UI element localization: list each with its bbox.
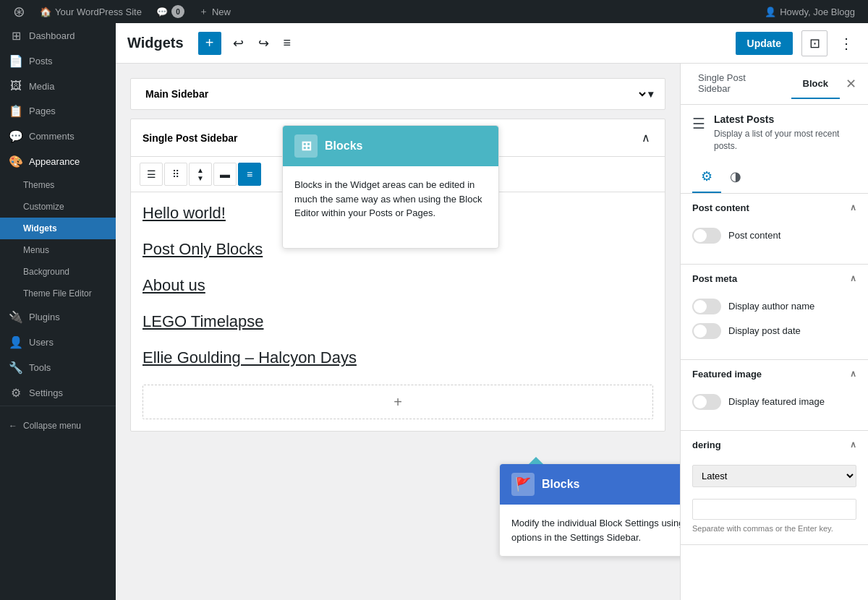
widget-header: Widgets + ↩ ↪ ≡ Update ⊡ ⋮ xyxy=(116,23,868,64)
sidebar-item-themes[interactable]: Themes xyxy=(0,174,116,196)
list-view-button[interactable]: ≡ xyxy=(281,33,294,53)
sidebar-item-pages[interactable]: 📋 Pages xyxy=(0,98,116,124)
media-icon: 🖼 xyxy=(9,80,23,93)
toggle-author-name[interactable] xyxy=(692,299,721,314)
chevron-down-icon: ▾ xyxy=(648,88,653,100)
block-type-button[interactable]: ≡ xyxy=(238,163,261,186)
post-content-toggle-label: Post content xyxy=(728,230,780,241)
right-panel-tabs: Single Post Sidebar Block ✕ xyxy=(681,64,868,105)
add-block-row[interactable]: + xyxy=(142,385,653,419)
sidebar-item-tools[interactable]: 🔧 Tools xyxy=(0,355,116,380)
redo-button[interactable]: ↪ xyxy=(255,33,272,54)
settings-icon: ⚙ xyxy=(9,386,23,400)
close-panel-button[interactable]: ✕ xyxy=(840,70,862,98)
sidebar-item-users[interactable]: 👤 Users xyxy=(0,330,116,355)
align-button[interactable]: ▬ xyxy=(213,163,237,186)
update-button[interactable]: Update xyxy=(736,32,793,55)
sidebar-item-customize[interactable]: Customize xyxy=(0,196,116,218)
latest-posts-icon: ☰ xyxy=(692,115,705,132)
sidebar-item-posts[interactable]: 📄 Posts xyxy=(0,48,116,74)
sidebar-item-dashboard[interactable]: ⊞ Dashboard xyxy=(0,23,116,48)
tooltip-header-1: ⊞ Blocks xyxy=(283,126,498,166)
ordering-select[interactable]: Latest Oldest Title xyxy=(692,465,856,487)
admin-bar-comments[interactable]: 💬 0 xyxy=(149,0,192,23)
ordering-input[interactable] xyxy=(692,499,856,520)
sidebar-item-menus[interactable]: Menus xyxy=(0,239,116,261)
sidebar-item-widgets[interactable]: Widgets xyxy=(0,218,116,239)
sidebar: ⊞ Dashboard 📄 Posts 🖼 Media 📋 Pages 💬 Co… xyxy=(0,23,116,600)
editor-area: Main Sidebar ▾ Single Post Sidebar ∧ ☰ ⠿… xyxy=(116,64,680,600)
ordering-body: Latest Oldest Title Separate with commas… xyxy=(681,459,868,544)
list-block-button[interactable]: ☰ xyxy=(140,163,163,186)
collapse-label: Collapse menu xyxy=(23,421,81,431)
post-link-about-us[interactable]: About us xyxy=(142,276,653,295)
post-meta-chevron: ∧ xyxy=(850,273,856,283)
collapse-widget-button[interactable]: ∧ xyxy=(639,128,653,147)
plugins-icon: 🔌 xyxy=(9,310,23,324)
sidebar-select[interactable]: Main Sidebar xyxy=(142,87,648,100)
featured-image-title: Featured image xyxy=(692,369,762,380)
appearance-icon: 🎨 xyxy=(9,155,23,168)
toggle-post-date[interactable] xyxy=(692,323,721,339)
drag-handle-button[interactable]: ⠿ xyxy=(164,163,187,186)
undo-button[interactable]: ↩ xyxy=(230,33,247,54)
ordering-chevron: ∧ xyxy=(850,440,856,450)
sidebar-item-media[interactable]: 🖼 Media xyxy=(0,74,116,98)
more-options-button[interactable]: ⋮ xyxy=(836,32,856,55)
tab-block[interactable]: Block xyxy=(791,69,840,99)
tab-single-post-sidebar[interactable]: Single Post Sidebar xyxy=(686,64,791,104)
toggle-row-featured-image: Display featured image xyxy=(692,394,856,410)
posts-icon: 📄 xyxy=(9,54,23,68)
post-content-chevron: ∧ xyxy=(850,202,856,213)
latest-posts-details: Latest Posts Display a list of your most… xyxy=(714,113,856,153)
sidebar-item-settings[interactable]: ⚙ Settings xyxy=(0,380,116,406)
settings-tab-gear[interactable]: ⚙ xyxy=(692,161,721,193)
tooltip-header-2: 🚩 Blocks xyxy=(500,464,680,505)
ordering-hint: Separate with commas or the Enter key. xyxy=(692,524,856,533)
tooltip-body-1: Blocks in the Widget areas can be edited… xyxy=(283,166,498,232)
latest-posts-title: Latest Posts xyxy=(714,113,856,125)
tooltip-blocks-1: ⊞ Blocks Blocks in the Widget areas can … xyxy=(282,125,499,249)
sidebar-item-theme-file-editor[interactable]: Theme File Editor xyxy=(0,283,116,304)
theme-file-editor-label: Theme File Editor xyxy=(23,288,92,299)
comment-icon: 💬 xyxy=(156,7,168,17)
sidebar-label-comments: Comments xyxy=(29,131,75,142)
sidebar-label-settings: Settings xyxy=(29,387,63,398)
section-post-content: Post content ∧ Post content xyxy=(681,194,868,265)
sidebar-item-plugins[interactable]: 🔌 Plugins xyxy=(0,304,116,330)
post-link-lego-timelapse[interactable]: LEGO Timelapse xyxy=(142,312,653,331)
admin-bar-logo[interactable]: ⊛ xyxy=(6,0,33,23)
settings-tabs: ⚙ ◑ xyxy=(681,161,868,194)
featured-image-header[interactable]: Featured image ∧ xyxy=(681,360,868,388)
menus-label: Menus xyxy=(23,245,49,255)
featured-image-chevron: ∧ xyxy=(850,369,856,379)
sidebar-select-bar[interactable]: Main Sidebar ▾ xyxy=(130,78,665,110)
comment-count: 0 xyxy=(171,5,184,18)
toggle-row-post-content: Post content xyxy=(692,228,856,244)
admin-bar-new[interactable]: ＋ New xyxy=(192,0,238,23)
home-icon: 🏠 xyxy=(40,7,51,17)
move-up-button[interactable]: ▲ ▼ xyxy=(189,163,212,186)
collapse-menu-button[interactable]: ← Collapse menu xyxy=(0,412,116,440)
settings-tab-style[interactable]: ◑ xyxy=(721,161,750,193)
admin-bar-site[interactable]: 🏠 Your WordPress Site xyxy=(33,0,149,23)
sidebar-item-background[interactable]: Background xyxy=(0,261,116,283)
add-block-button[interactable]: + xyxy=(198,32,221,55)
toggle-row-author: Display author name xyxy=(692,299,856,314)
plus-icon: ＋ xyxy=(199,5,208,18)
toggle-featured-image[interactable] xyxy=(692,394,721,410)
main-layout: ⊞ Dashboard 📄 Posts 🖼 Media 📋 Pages 💬 Co… xyxy=(0,23,868,600)
site-name: Your WordPress Site xyxy=(55,7,142,17)
ordering-header[interactable]: dering ∧ xyxy=(681,431,868,459)
pages-icon: 📋 xyxy=(9,104,23,118)
layout-button[interactable]: ⊡ xyxy=(801,30,827,56)
sidebar-item-comments[interactable]: 💬 Comments xyxy=(0,124,116,149)
sidebar-item-appearance[interactable]: 🎨 Appearance xyxy=(0,149,116,174)
admin-bar-user[interactable]: 👤 Howdy, Joe Blogg xyxy=(757,0,862,23)
post-link-ellie-goulding[interactable]: Ellie Goulding – Halcyon Days xyxy=(142,348,653,367)
post-meta-header[interactable]: Post meta ∧ xyxy=(681,265,868,293)
toggle-post-content[interactable] xyxy=(692,228,721,244)
dashboard-icon: ⊞ xyxy=(9,29,23,43)
post-content-header[interactable]: Post content ∧ xyxy=(681,194,868,222)
users-icon: 👤 xyxy=(9,335,23,349)
